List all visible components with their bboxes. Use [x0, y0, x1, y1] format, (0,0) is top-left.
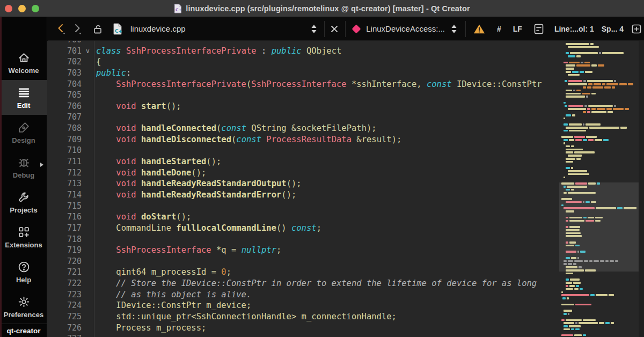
code-line[interactable]: 707	[47, 112, 558, 123]
code-line[interactable]: 714 void handleReadyReadStandardError();	[47, 189, 558, 201]
code-editor[interactable]: 700701∨class SshProcessInterfacePrivate …	[47, 41, 644, 337]
design-pen-icon	[17, 121, 31, 134]
line-number: 708	[47, 123, 82, 134]
code-text: void handleStarted();	[94, 156, 558, 167]
open-document-selector[interactable]: linuxdevice.cpp	[130, 24, 310, 33]
line-number: 709	[47, 134, 82, 145]
code-line[interactable]: 719 SshProcessInterface *q = nullptr;	[47, 245, 558, 256]
code-line[interactable]: 715	[47, 201, 558, 212]
code-line[interactable]: 727	[47, 333, 558, 337]
forward-button[interactable]	[72, 23, 82, 35]
warning-triangle-icon	[473, 24, 485, 34]
sidebar-item-edit[interactable]: Edit	[0, 80, 47, 115]
window-title-area: C+ linuxdevice.cpp (src/plugins/remoteli…	[0, 0, 644, 17]
code-line[interactable]: 702{	[47, 56, 558, 68]
line-number: 716	[47, 211, 82, 223]
code-line[interactable]: 718	[47, 234, 558, 245]
fold-column	[82, 289, 94, 301]
symbol-selector[interactable]: LinuxDeviceAccess:...	[366, 24, 445, 33]
lock-toggle-button[interactable]	[92, 23, 104, 35]
minimap[interactable]	[559, 41, 639, 337]
code-line[interactable]: 723 // as this object is alive.	[47, 289, 558, 301]
back-button[interactable]	[56, 23, 66, 35]
code-line[interactable]: 720	[47, 256, 558, 267]
extensions-icon	[17, 225, 31, 239]
code-line[interactable]: 709 void handleDisconnected(const Proces…	[47, 134, 558, 145]
sidebar-item-extensions[interactable]: Extensions	[0, 219, 47, 254]
code-text: class SshProcessInterfacePrivate : publi…	[94, 46, 558, 57]
line-number: 717	[47, 223, 82, 234]
sidebar-item-debug[interactable]: Debug	[0, 150, 47, 185]
indentation-indicator[interactable]: Sp... 4	[602, 25, 624, 33]
line-number: 726	[47, 323, 82, 334]
line-number: 722	[47, 278, 82, 289]
sidebar-item-projects[interactable]: Projects	[0, 185, 47, 219]
hash-indicator[interactable]: #	[497, 25, 501, 33]
line-number: 718	[47, 234, 82, 245]
code-text	[94, 90, 558, 101]
close-x-icon	[330, 25, 339, 33]
fold-column	[82, 123, 94, 134]
line-ending-indicator[interactable]: LF	[513, 25, 522, 33]
code-line[interactable]: 711 void handleStarted();	[47, 156, 558, 167]
code-line[interactable]: 717 CommandLine fullLocalCommandLine() c…	[47, 223, 558, 234]
file-encoding-button[interactable]	[533, 23, 545, 35]
code-line[interactable]: 701∨class SshProcessInterfacePrivate : p…	[47, 46, 558, 57]
line-number: 723	[47, 289, 82, 301]
fold-column	[82, 178, 94, 189]
line-number: 720	[47, 256, 82, 267]
sidebar-item-design[interactable]: Design	[0, 115, 47, 150]
fold-column	[82, 90, 94, 101]
code-text	[94, 201, 558, 212]
code-line[interactable]: 716 void doStart();	[47, 211, 558, 223]
fold-column	[82, 211, 94, 223]
code-text	[94, 234, 558, 245]
editor-scrollbar[interactable]	[639, 41, 644, 337]
code-line[interactable]: 713 void handleReadyReadStandardOutput()…	[47, 178, 558, 189]
sidebar-item-preferences[interactable]: Preferences	[0, 289, 47, 324]
document-type-icon-button[interactable]: C+	[112, 23, 123, 35]
cursor-position-indicator[interactable]: Line:...ol: 1	[554, 25, 594, 33]
sidebar-item-help[interactable]: Help	[0, 254, 47, 289]
code-line[interactable]: 703public:	[47, 68, 558, 79]
projects-wrench-icon	[17, 191, 31, 204]
debug-bug-icon	[17, 156, 31, 169]
code-line[interactable]: 722 // Store the IDevice::ConstPtr in or…	[47, 278, 558, 289]
code-line[interactable]: 726 Process m_process;	[47, 323, 558, 334]
project-kit-selector[interactable]: qt-creator	[0, 324, 47, 337]
sidebar-item-welcome[interactable]: Welcome	[0, 45, 47, 80]
fold-column	[82, 333, 94, 337]
warning-indicator[interactable]	[473, 24, 485, 34]
code-line[interactable]: 721 qint64 m_processId = 0;	[47, 267, 558, 278]
code-line[interactable]: 705	[47, 90, 558, 101]
document-dropdown-arrows[interactable]	[310, 24, 318, 34]
code-line[interactable]: 725 std::unique_ptr<SshConnectionHandle>…	[47, 311, 558, 323]
fold-column	[82, 323, 94, 334]
line-number: 715	[47, 201, 82, 212]
code-text: void handleReadyReadStandardOutput();	[94, 178, 558, 189]
fold-column	[82, 56, 94, 68]
code-line[interactable]: 706 void start();	[47, 101, 558, 112]
minimap-viewport-handle[interactable]	[559, 182, 639, 272]
code-line[interactable]: 712 void handleDone();	[47, 167, 558, 179]
help-icon	[17, 260, 31, 274]
zoom-add-button[interactable]	[631, 24, 642, 34]
code-line[interactable]: 724 IDevice::ConstPtr m_device;	[47, 300, 558, 311]
code-text: IDevice::ConstPtr m_device;	[94, 300, 558, 311]
back-chevron-icon	[56, 23, 66, 35]
code-text: void handleConnected(const QString &sock…	[94, 123, 558, 134]
code-line[interactable]: 710	[47, 145, 558, 156]
symbol-diamond-icon	[352, 24, 361, 33]
symbol-dropdown-arrows[interactable]	[450, 24, 458, 34]
code-text: CommandLine fullLocalCommandLine() const…	[94, 223, 558, 234]
fold-chevron-icon[interactable]: ∨	[82, 46, 94, 57]
cpp-file-icon: C+	[174, 4, 182, 13]
fold-column	[82, 267, 94, 278]
code-text	[94, 333, 558, 337]
fold-column	[82, 156, 94, 167]
code-line[interactable]: 700	[47, 41, 558, 46]
close-document-button[interactable]	[330, 25, 339, 33]
code-line[interactable]: 704 SshProcessInterfacePrivate(SshProces…	[47, 79, 558, 90]
code-line[interactable]: 708 void handleConnected(const QString &…	[47, 123, 558, 134]
fold-column	[82, 167, 94, 179]
